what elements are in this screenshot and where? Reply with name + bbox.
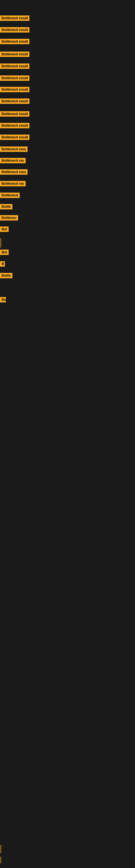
bottleneck-result-row: Bottleneck result bbox=[0, 123, 30, 129]
bottleneck-badge: Bottleneck result bbox=[0, 63, 30, 69]
bottleneck-result-row: Bottleneck result bbox=[0, 16, 30, 22]
bottleneck-result-row: Bottleneck result bbox=[0, 39, 30, 45]
bottleneck-badge: Bottleneck resu bbox=[0, 147, 28, 152]
bottleneck-result-row: Bottleneck result bbox=[0, 27, 30, 34]
vertical-line bbox=[1, 845, 1, 853]
bottleneck-badge: Bottleneck resu bbox=[0, 169, 28, 175]
bottleneck-badge: Bottle bbox=[0, 204, 12, 209]
bottleneck-badge: Bottle bbox=[0, 273, 12, 278]
bottleneck-result-row: Bottleneck result bbox=[0, 98, 30, 105]
bottleneck-badge: B bbox=[0, 261, 5, 267]
bottleneck-result-row: Bot bbox=[0, 226, 9, 233]
bottleneck-badge: Bottleneck bbox=[0, 193, 20, 198]
bottleneck-badge: Bottleneck result bbox=[0, 98, 30, 104]
bottleneck-result-row: B bbox=[0, 261, 5, 268]
bottleneck-badge: Bottleneck result bbox=[0, 134, 30, 140]
bottleneck-result-row: Bottleneck res bbox=[0, 181, 26, 187]
bottleneck-badge: Bottleneck result bbox=[0, 123, 30, 128]
bottleneck-result-row: Bo bbox=[0, 297, 6, 304]
bottleneck-badge: Bottleneck result bbox=[0, 39, 30, 44]
bottleneck-result-row: Bottleneck result bbox=[0, 134, 30, 141]
bottleneck-badge: Bottleneck result bbox=[0, 27, 30, 33]
bottleneck-badge: Bottleneck res bbox=[0, 181, 26, 186]
bottleneck-badge: Bottleneck result bbox=[0, 75, 30, 81]
bottleneck-result-row: Bot bbox=[0, 250, 9, 256]
vertical-line bbox=[1, 238, 1, 248]
bottleneck-badge: Bo bbox=[0, 297, 6, 303]
bottleneck-result-row: Bottleneck result bbox=[0, 63, 30, 70]
bottleneck-result-row: Bottleneck resu bbox=[0, 147, 28, 153]
bottleneck-result-row: Bottleneck result bbox=[0, 111, 30, 118]
bottleneck-result-row: Bottleneck resu bbox=[0, 169, 28, 176]
bottleneck-result-row: Bottleneck res bbox=[0, 158, 26, 164]
bottleneck-result-row: Bottle bbox=[0, 273, 12, 279]
bottleneck-badge: Bottleneck result bbox=[0, 87, 30, 92]
bottleneck-result-row: Bottleneck bbox=[0, 193, 20, 199]
bottleneck-badge: Bottleneck res bbox=[0, 158, 26, 163]
bottleneck-badge: Bot bbox=[0, 250, 9, 255]
bottleneck-badge: Bottlenec bbox=[0, 215, 18, 220]
vertical-line bbox=[1, 857, 1, 863]
site-title bbox=[0, 0, 135, 3]
bottleneck-result-row: Bottle bbox=[0, 204, 12, 211]
bottleneck-badge: Bottleneck result bbox=[0, 111, 30, 117]
bottleneck-result-row: Bottleneck result bbox=[0, 75, 30, 82]
bottleneck-badge: Bottleneck result bbox=[0, 52, 30, 57]
bottleneck-result-row: Bottlenec bbox=[0, 215, 18, 222]
bottleneck-badge: Bot bbox=[0, 226, 9, 232]
bottleneck-badge: Bottleneck result bbox=[0, 16, 30, 21]
bottleneck-result-row: Bottleneck result bbox=[0, 52, 30, 58]
bottleneck-result-row: Bottleneck result bbox=[0, 87, 30, 93]
